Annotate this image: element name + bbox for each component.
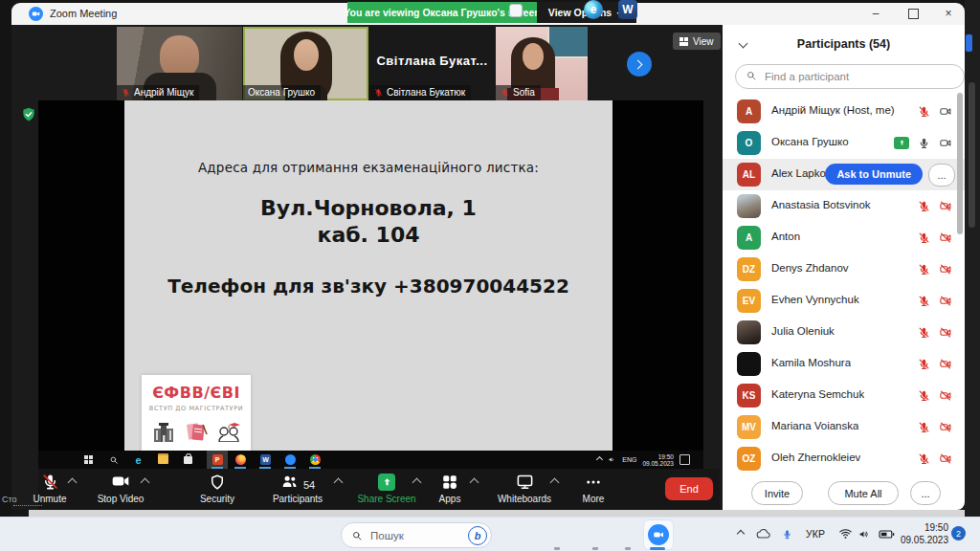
participant-more-button[interactable]: ... (928, 164, 955, 187)
stop-video-button[interactable]: Stop Video (91, 472, 150, 504)
participants-button[interactable]: 54 Participants (264, 472, 331, 504)
video-tile-sofia[interactable]: Sofia (496, 27, 588, 100)
zoom-icon (648, 524, 669, 545)
camera-off-icon (939, 200, 952, 212)
mic-muted-icon (918, 200, 930, 212)
whiteboard-icon (516, 473, 534, 491)
next-videos-button[interactable] (627, 52, 652, 77)
battery-icon[interactable] (877, 525, 896, 542)
shield-icon (209, 474, 226, 491)
camera-off-icon (939, 231, 952, 244)
shared-store-icon (182, 453, 194, 466)
desktop-right-strip (965, 0, 980, 517)
video-tile-oksana-active[interactable]: Оксана Грушко (243, 27, 368, 100)
panel-scrollbar[interactable] (957, 93, 963, 234)
shared-language-indicator: ENG (622, 456, 636, 463)
close-button[interactable]: × (936, 6, 961, 21)
tray-chevron-icon (596, 456, 603, 463)
more-button[interactable]: More (568, 472, 619, 504)
open-app-dash (554, 547, 560, 550)
tray-speaker-icon (608, 455, 616, 464)
participant-row[interactable]: Julia Oleniuk (723, 317, 965, 348)
view-layout-button[interactable]: View (673, 33, 721, 50)
shared-edge-icon: e (132, 453, 145, 466)
participant-name: Anastasia Botsvinok (771, 199, 871, 210)
language-indicator[interactable]: УКР (802, 525, 829, 542)
video-tile-andrii[interactable]: Андрій Міщук (117, 27, 242, 100)
participant-row-hovered[interactable]: AL Alex Lapkovs... Ask to Unmute ... (723, 159, 965, 190)
video-tile-svitlana[interactable]: Світлана Букат... Світлана Букатюк (369, 27, 495, 100)
shared-skype-icon (284, 453, 297, 466)
word-icon: W (618, 0, 637, 19)
participant-row[interactable]: A Anton (723, 222, 965, 253)
tray-chevron-button[interactable] (733, 525, 748, 542)
maximize-button[interactable] (901, 6, 925, 21)
zoom-app-icon (29, 7, 43, 21)
shared-powerpoint-icon: P (212, 454, 223, 465)
tile-name-label: Світлана Букатюк (369, 85, 471, 100)
participant-row[interactable]: Kamila Moshura (723, 348, 965, 380)
avatar: AL (737, 163, 761, 187)
edge-button[interactable]: e (584, 0, 603, 19)
mic-muted-icon (918, 421, 930, 433)
background-dotted-line (13, 505, 42, 506)
security-button[interactable]: Security (189, 472, 246, 504)
participant-row[interactable]: KS Kateryna Semchuk (723, 380, 965, 411)
avatar: A (737, 99, 761, 123)
participant-search-input[interactable] (735, 64, 965, 89)
onedrive-cloud-icon[interactable] (754, 525, 773, 542)
participant-row[interactable]: A Андрій Міщук (Host, me) (723, 96, 965, 127)
slide-logo-box: ЄФВВ/ЄВІ ВСТУП ДО МАГІСТРАТУРИ (142, 375, 251, 457)
participant-row[interactable]: OZ Oleh Zhernokleiev (723, 443, 965, 474)
taskbar-search-input[interactable] (368, 529, 468, 542)
graduates-icon (216, 421, 241, 442)
apps-button[interactable]: Apps (424, 472, 476, 504)
taskbar-search-box[interactable]: b (341, 522, 492, 548)
exam-papers-icon (185, 421, 208, 442)
taskbar-clock[interactable]: 19:50 09.05.2023 (895, 522, 948, 546)
participants-panel-title: Participants (54) (723, 37, 965, 51)
meeting-security-shield-icon[interactable] (21, 106, 36, 122)
mic-muted-icon (918, 105, 930, 118)
mute-all-button[interactable]: Mute All (828, 481, 899, 505)
more-dots-icon (585, 474, 602, 491)
chevron-right-icon (634, 59, 643, 69)
participant-name: Андрій Міщук (Host, me) (771, 104, 895, 116)
participant-row[interactable]: Anastasia Botsvinok (723, 190, 965, 222)
wifi-icon[interactable] (836, 525, 854, 542)
logo-subtitle: ВСТУП ДО МАГІСТРАТУРИ (142, 405, 251, 412)
tray-mic-icon[interactable] (779, 525, 794, 542)
zoom-taskbar-button-active[interactable] (643, 519, 674, 550)
participant-name: Anton (771, 231, 800, 242)
ask-to-unmute-button[interactable]: Ask to Unmute (825, 164, 923, 185)
participant-row[interactable]: DZ Denys Zhdanov (723, 253, 965, 285)
mic-on-icon (918, 137, 930, 149)
shared-start-icon (82, 453, 95, 466)
minimize-button[interactable]: – (863, 6, 888, 21)
participant-name: Mariana Voianska (771, 420, 858, 431)
avatar-photo (737, 320, 761, 344)
camera-off-icon (939, 263, 952, 276)
desktop-left-strip (0, 0, 11, 517)
open-app-dash (625, 547, 631, 550)
avatar-photo (737, 194, 761, 218)
end-meeting-button[interactable]: End (665, 477, 713, 500)
desktop: Zoom Meeting You are viewing Оксана Груш… (0, 0, 980, 551)
background-window-fragment (966, 34, 972, 52)
invite-button[interactable]: Invite (751, 481, 803, 505)
notification-count-badge[interactable]: 2 (951, 526, 966, 540)
participant-row[interactable]: MV Mariana Voianska (723, 411, 965, 443)
share-screen-button[interactable]: Share Screen (352, 472, 421, 504)
whiteboards-button[interactable]: Whiteboards (486, 472, 563, 504)
speaker-icon[interactable] (856, 525, 873, 542)
participants-panel: Participants (54) A Андрій Міщук (Host, … (723, 25, 965, 510)
word-button[interactable]: W (618, 0, 637, 19)
participant-row[interactable]: O Оксана Грушко (723, 127, 965, 159)
shared-folder-icon (157, 453, 169, 466)
tile-name-label: Оксана Грушко (243, 85, 321, 100)
camera-off-icon (939, 452, 952, 465)
panel-more-button[interactable]: ... (910, 481, 941, 505)
participant-row[interactable]: EV Evhen Vynnychuk (723, 285, 965, 317)
avatar (737, 352, 761, 376)
unmute-button[interactable]: Unmute (23, 472, 77, 504)
